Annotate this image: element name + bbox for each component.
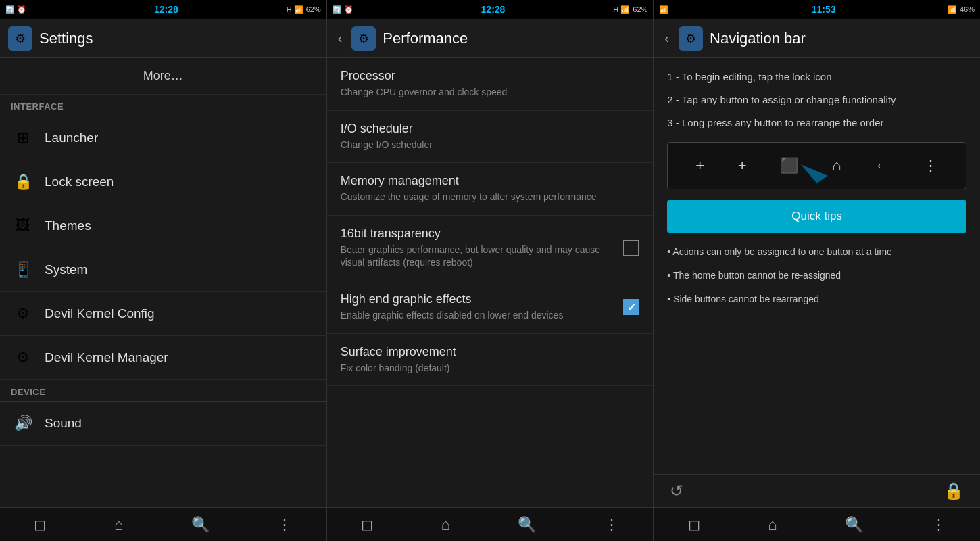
settings-title: Settings: [39, 30, 93, 47]
processor-text: Processor Change CPU governor and clock …: [341, 69, 640, 99]
launcher-label: Launcher: [45, 131, 98, 145]
nav-bar-top-bar: ‹ ⚙ Navigation bar: [654, 19, 980, 58]
nav-bar-back-btn[interactable]: ‹: [662, 28, 672, 49]
instruction-1: 1 - To begin editing, tap the lock icon: [667, 69, 966, 85]
nav-instructions: 1 - To begin editing, tap the lock icon …: [667, 69, 966, 131]
io-scheduler-title: I/O scheduler: [341, 122, 640, 136]
16bit-transparency-checkbox[interactable]: [623, 240, 639, 256]
surface-improvement-text: Surface improvement Fix color banding (d…: [341, 345, 640, 375]
io-scheduler-item[interactable]: I/O scheduler Change I/O scheduler: [327, 111, 654, 164]
tip-3: • Side buttons cannot be rearranged: [667, 291, 966, 308]
settings-app-icon: ⚙: [8, 26, 32, 51]
surface-improvement-title: Surface improvement: [341, 345, 640, 359]
sound-label: Sound: [45, 416, 82, 431]
search-btn-2[interactable]: 🔍: [507, 511, 547, 539]
menu-item-system[interactable]: 📱 System: [0, 248, 326, 292]
memory-management-item[interactable]: Memory management Customize the usage of…: [327, 163, 654, 216]
menu-btn-3[interactable]: ⋮: [921, 511, 957, 539]
instruction-2: 2 - Tap any button to assign or change f…: [667, 92, 966, 108]
settings-content: More… INTERFACE ⊞ Launcher 🔒 Lock screen…: [0, 58, 326, 507]
nav-demo-back[interactable]: ←: [875, 157, 889, 174]
tip-2: • The home button cannot be re-assigned: [667, 267, 966, 284]
menu-item-devil-kernel-config[interactable]: ⚙ Devil Kernel Config: [0, 292, 326, 336]
surface-improvement-item[interactable]: Surface improvement Fix color banding (d…: [327, 334, 654, 387]
bottom-nav-2: ◻ ⌂ 🔍 ⋮: [327, 507, 654, 541]
16bit-transparency-item[interactable]: 16bit transparency Better graphics perfo…: [327, 216, 654, 281]
battery-2: 62%: [633, 5, 647, 14]
lock-screen-label: Lock screen: [45, 174, 114, 189]
status-icons-right-3: 📶 46%: [948, 5, 975, 14]
nav-demo-menu[interactable]: ⋮: [923, 157, 938, 174]
settings-panel: 🔄 ⏰ 12:28 H 📶 62% ⚙ Settings More… INTER…: [0, 0, 327, 541]
io-scheduler-text: I/O scheduler Change I/O scheduler: [341, 122, 640, 152]
high-end-graphic-effects-checkbox[interactable]: [623, 299, 639, 315]
performance-title: Performance: [383, 30, 468, 47]
performance-app-icon: ⚙: [351, 26, 376, 51]
interface-section-header: INTERFACE: [0, 95, 326, 116]
16bit-transparency-title: 16bit transparency: [341, 227, 616, 241]
status-time-3: 11:53: [700, 4, 948, 15]
home-btn-1[interactable]: ⌂: [103, 511, 134, 539]
processor-item[interactable]: Processor Change CPU governor and clock …: [327, 58, 654, 111]
menu-item-sound[interactable]: 🔊 Sound: [0, 402, 326, 446]
themes-icon: 🖼: [11, 214, 35, 238]
high-end-graphic-effects-text: High end graphic effects Enable graphic …: [341, 292, 616, 323]
nav-bottom-bar: ↺ 🔒: [654, 474, 980, 507]
back-btn-2[interactable]: ◻: [350, 511, 384, 539]
search-btn-1[interactable]: 🔍: [180, 511, 220, 539]
instruction-3: 3 - Long press any button to rearrange t…: [667, 115, 966, 131]
menu-btn-1[interactable]: ⋮: [266, 511, 303, 539]
status-bar-2: 🔄 ⏰ 12:28 H 📶 62%: [327, 0, 654, 19]
back-btn-3[interactable]: ◻: [677, 511, 711, 539]
home-btn-2[interactable]: ⌂: [431, 511, 461, 539]
system-label: System: [45, 262, 87, 277]
status-time-1: 12:28: [46, 4, 287, 15]
back-btn-1[interactable]: ◻: [23, 511, 57, 539]
16bit-transparency-sub: Better graphics performance, but lower q…: [341, 243, 616, 270]
nav-demo-plus2[interactable]: +: [738, 157, 747, 174]
menu-item-devil-kernel-manager[interactable]: ⚙ Devil Kernel Manager: [0, 336, 326, 380]
high-end-graphic-effects-title: High end graphic effects: [341, 292, 616, 306]
settings-top-bar: ⚙ Settings: [0, 19, 326, 58]
menu-item-launcher[interactable]: ⊞ Launcher: [0, 116, 326, 160]
status-icons-left-3: 📶: [659, 5, 700, 14]
status-icons-left-2: 🔄 ⏰: [333, 5, 373, 14]
menu-item-themes[interactable]: 🖼 Themes: [0, 204, 326, 248]
bottom-nav-3: ◻ ⌂ 🔍 ⋮: [654, 507, 980, 541]
status-icons-left-1: 🔄 ⏰: [5, 5, 46, 14]
search-btn-3[interactable]: 🔍: [834, 511, 874, 539]
sound-icon: 🔊: [11, 411, 35, 436]
high-end-graphic-effects-item[interactable]: High end graphic effects Enable graphic …: [327, 281, 654, 334]
status-bar-1: 🔄 ⏰ 12:28 H 📶 62%: [0, 0, 326, 19]
nav-demo: + + ⬛ ⌂ ← ⋮: [667, 142, 966, 189]
launcher-icon: ⊞: [11, 126, 35, 150]
home-btn-3[interactable]: ⌂: [757, 511, 787, 539]
nav-demo-recent[interactable]: ⬛: [780, 157, 798, 174]
processor-title: Processor: [341, 69, 640, 83]
tips-list: • Actions can only be assigned to one bu…: [667, 243, 966, 308]
nav-bar-title: Navigation bar: [710, 30, 806, 47]
themes-label: Themes: [45, 218, 91, 233]
devil-kernel-manager-icon: ⚙: [11, 346, 35, 370]
battery-3: 46%: [960, 5, 975, 14]
more-item[interactable]: More…: [0, 58, 326, 95]
nav-bar-inner: 1 - To begin editing, tap the lock icon …: [654, 58, 980, 326]
system-icon: 📱: [11, 258, 35, 282]
processor-sub: Change CPU governor and clock speed: [341, 86, 640, 99]
status-icons-right-1: H 📶 62%: [287, 5, 321, 14]
status-icons-right-2: H 📶 62%: [613, 5, 647, 14]
16bit-transparency-text: 16bit transparency Better graphics perfo…: [341, 227, 616, 270]
io-scheduler-sub: Change I/O scheduler: [341, 139, 640, 152]
lock-icon[interactable]: 🔒: [944, 481, 964, 500]
performance-back-btn[interactable]: ‹: [335, 28, 345, 49]
quick-tips-button[interactable]: Quick tips: [667, 200, 966, 233]
restore-icon[interactable]: ↺: [670, 481, 683, 500]
bottom-nav-1: ◻ ⌂ 🔍 ⋮: [0, 507, 326, 541]
nav-demo-home[interactable]: ⌂: [832, 157, 841, 174]
menu-btn-2[interactable]: ⋮: [593, 511, 630, 539]
menu-item-lock-screen[interactable]: 🔒 Lock screen: [0, 160, 326, 204]
nav-demo-plus1[interactable]: +: [695, 157, 704, 174]
devil-kernel-config-icon: ⚙: [11, 302, 35, 326]
nav-bar-app-icon: ⚙: [679, 26, 703, 51]
performance-panel: 🔄 ⏰ 12:28 H 📶 62% ‹ ⚙ Performance Proces…: [327, 0, 654, 541]
